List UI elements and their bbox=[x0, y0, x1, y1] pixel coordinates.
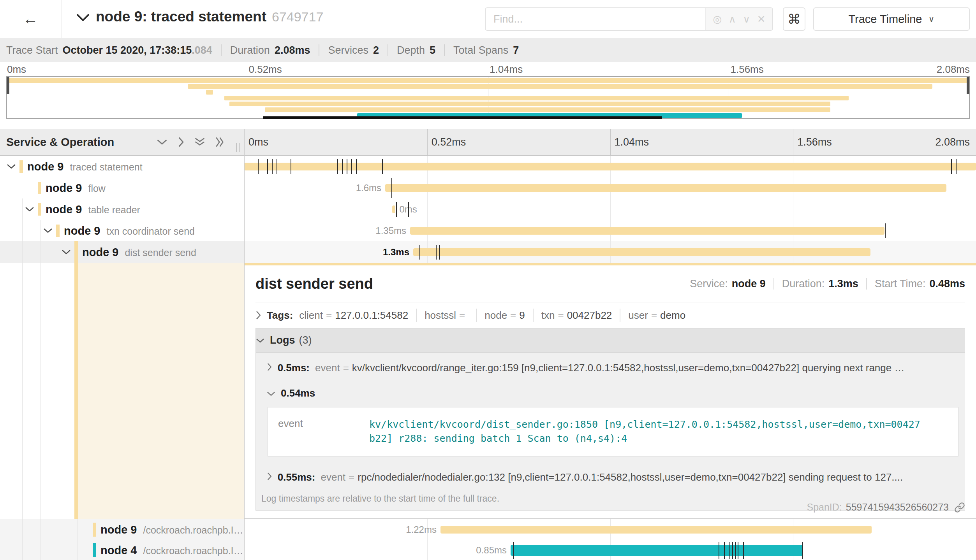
service-name: node 9 bbox=[82, 246, 118, 258]
log-entry[interactable]: 0.55ms:event=rpc/nodedialer/nodedialer.g… bbox=[256, 462, 965, 487]
equals-sign: = bbox=[558, 309, 564, 321]
span-color-bar bbox=[56, 225, 60, 237]
collapse-one-icon[interactable] bbox=[157, 139, 167, 145]
panel-divider[interactable] bbox=[244, 129, 245, 560]
tag-item[interactable]: node=9 bbox=[484, 309, 525, 321]
chevron-down-icon[interactable] bbox=[25, 206, 34, 214]
span-row: node 9flow1.6ms bbox=[0, 177, 976, 198]
summary-label: Depth bbox=[397, 44, 425, 56]
chevron-down-icon[interactable] bbox=[62, 249, 71, 256]
span-bar[interactable] bbox=[392, 205, 395, 213]
span-timeline-cell[interactable]: 1.22ms bbox=[244, 519, 976, 540]
operation-name: table reader bbox=[88, 204, 140, 215]
log-marker-tick bbox=[337, 159, 338, 174]
span-bar[interactable] bbox=[440, 526, 872, 534]
trace-collapse-chevron-icon[interactable] bbox=[76, 13, 90, 23]
locate-icon[interactable]: ◎ bbox=[713, 13, 722, 25]
span-row-name-cell[interactable]: node 9dist sender send bbox=[0, 241, 244, 263]
span-row-name-cell[interactable]: node 9flow bbox=[0, 177, 244, 198]
column-resize-grip[interactable] bbox=[236, 143, 240, 152]
minimap-scrubber[interactable] bbox=[263, 116, 662, 119]
summary-item: Trace StartOctober 15 2020, 17:38:15.084 bbox=[6, 44, 212, 56]
tag-item[interactable]: txn=00427b22 bbox=[541, 309, 612, 321]
span-bar[interactable] bbox=[244, 163, 976, 170]
summary-label: Total Spans bbox=[453, 44, 508, 56]
back-button[interactable]: ← bbox=[0, 0, 62, 38]
span-timeline-cell[interactable]: 0.85ms bbox=[244, 540, 976, 560]
tag-item[interactable]: user=demo bbox=[628, 309, 685, 321]
minimap-span-bar bbox=[265, 107, 830, 112]
minimap-axis-label: 1.04ms bbox=[490, 63, 523, 75]
expand-all-icon[interactable] bbox=[215, 137, 225, 147]
span-timeline-cell[interactable]: 1.3ms bbox=[244, 241, 976, 263]
span-name: node 9dist sender send bbox=[82, 246, 196, 258]
span-timeline-cell[interactable]: 1.35ms bbox=[244, 220, 976, 241]
operation-name: flow bbox=[88, 183, 105, 193]
span-row-name-cell[interactable]: node 4/cockroach.roachpb.I… bbox=[0, 540, 244, 560]
find-controls: ◎∧∨✕ bbox=[705, 8, 772, 30]
span-row-name-cell[interactable]: node 9table reader bbox=[0, 198, 244, 220]
clear-search-icon[interactable]: ✕ bbox=[757, 13, 766, 25]
summary-item: Depth5 bbox=[397, 44, 435, 56]
view-select-button[interactable]: Trace Timeline ∨ bbox=[813, 7, 970, 31]
log-marker-tick bbox=[729, 542, 730, 559]
span-timeline-cell[interactable] bbox=[244, 156, 976, 177]
span-color-bar bbox=[38, 182, 41, 194]
log-marker-tick bbox=[513, 542, 514, 559]
service-operation-title: Service & Operation bbox=[6, 136, 114, 149]
tag-key: txn bbox=[541, 309, 555, 321]
chevron-down-icon[interactable] bbox=[7, 163, 16, 171]
trace-minimap[interactable] bbox=[6, 76, 970, 119]
chevron-down-icon[interactable] bbox=[43, 228, 53, 235]
log-entry-expanded-header[interactable]: 0.54ms bbox=[256, 378, 965, 400]
span-row: node 9txn coordinator send1.35ms bbox=[0, 220, 976, 241]
next-match-icon[interactable]: ∨ bbox=[743, 13, 750, 25]
tag-value: 00427b22 bbox=[567, 309, 612, 321]
tags-row[interactable]: Tags:client=127.0.0.1:54582hostssl=node=… bbox=[255, 302, 965, 328]
log-entry[interactable]: 0.5ms:event=kv/kvclient/kvcoord/range_it… bbox=[256, 353, 965, 378]
operation-name: /cockroach.roachpb.I… bbox=[143, 524, 243, 535]
span-timeline-cell[interactable]: 1.6ms bbox=[244, 177, 976, 198]
tag-item[interactable]: client=127.0.0.1:54582 bbox=[299, 309, 408, 321]
tag-item[interactable]: hostssl= bbox=[425, 309, 468, 321]
span-row: node 9traced statement bbox=[0, 156, 976, 177]
log-fields-table: eventkv/kvclient/kvcoord/dist_sender.go:… bbox=[268, 407, 958, 456]
span-row-name-cell[interactable]: node 9txn coordinator send bbox=[0, 220, 244, 241]
divider bbox=[319, 44, 319, 56]
minimap-span-bar bbox=[224, 96, 849, 100]
summary-item: Total Spans7 bbox=[453, 44, 519, 56]
span-bar[interactable] bbox=[511, 545, 803, 556]
span-name: node 4/cockroach.roachpb.I… bbox=[100, 544, 243, 556]
prev-match-icon[interactable]: ∧ bbox=[729, 13, 736, 25]
log-timestamp: 0.54ms bbox=[281, 387, 315, 399]
logs-header[interactable]: Logs (3) bbox=[256, 328, 965, 353]
log-timestamp: 0.55ms: bbox=[278, 471, 315, 483]
summary-label: Duration bbox=[230, 44, 270, 56]
summary-value: 5 bbox=[430, 44, 435, 56]
span-bar[interactable] bbox=[413, 248, 870, 256]
summary-item: Duration2.08ms bbox=[230, 44, 310, 56]
tag-value: 9 bbox=[519, 309, 525, 321]
log-marker-tick bbox=[382, 159, 383, 174]
service-name: node 9 bbox=[27, 160, 63, 172]
minimap-right-handle[interactable] bbox=[967, 77, 969, 94]
span-bar[interactable] bbox=[385, 184, 946, 192]
link-icon[interactable] bbox=[954, 502, 965, 513]
minimap-left-handle[interactable] bbox=[7, 77, 9, 94]
log-marker-tick bbox=[391, 178, 392, 198]
summary-label: Services bbox=[328, 44, 368, 56]
keyboard-shortcuts-button[interactable]: ⌘ bbox=[783, 7, 805, 31]
log-field-key: event bbox=[321, 471, 345, 483]
collapse-all-icon[interactable] bbox=[194, 137, 205, 147]
equals-sign: = bbox=[343, 362, 349, 374]
find-input[interactable] bbox=[486, 8, 705, 30]
span-bar[interactable] bbox=[410, 227, 884, 235]
span-row-name-cell[interactable]: node 9traced statement bbox=[0, 156, 244, 177]
log-marker-tick bbox=[802, 542, 803, 559]
span-row-name-cell[interactable]: node 9/cockroach.roachpb.I… bbox=[0, 519, 244, 540]
service-name: node 9 bbox=[46, 181, 82, 194]
expand-one-icon[interactable] bbox=[178, 137, 184, 147]
span-row: node 9table reader0ms bbox=[0, 198, 976, 220]
span-detail-panel: dist sender send Service:node 9Duration:… bbox=[245, 263, 976, 519]
span-timeline-cell[interactable]: 0ms bbox=[244, 198, 976, 220]
